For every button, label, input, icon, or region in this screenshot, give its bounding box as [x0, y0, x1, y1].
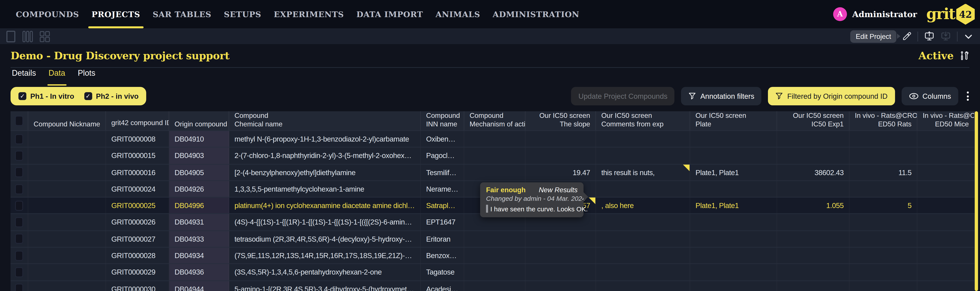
row-checkbox[interactable] [15, 151, 23, 161]
grid-view-icon[interactable] [40, 30, 50, 43]
checkbox-label: Ph2 - in vivo [96, 92, 138, 100]
checkbox-ph1-in-vitro[interactable]: ✓ Ph1 - In vitro [18, 92, 74, 100]
table-row[interactable]: GRIT0000030DB049445-amino-1-[(2R,3R,4S,5… [11, 280, 975, 291]
nav-items: COMPOUNDSPROJECTSSAR TABLESSETUPSEXPERIM… [16, 0, 579, 28]
checkbox-ph2-in-vivo[interactable]: ✓ Ph2 - in vivo [84, 92, 138, 100]
nav-item-data-import[interactable]: DATA IMPORT [356, 0, 423, 28]
row-checkbox[interactable] [15, 200, 23, 210]
cell-grit_id: GRIT0000026 [106, 214, 169, 230]
row-checkbox[interactable] [15, 234, 23, 244]
tools-icon[interactable] [959, 51, 969, 61]
row-select-cell [11, 198, 28, 214]
cell-ed50_rats: 11.5 [850, 164, 918, 180]
row-checkbox[interactable] [15, 251, 23, 261]
cell-plate [690, 264, 777, 280]
row-select-cell [11, 264, 28, 280]
update-project-compounds-button[interactable]: Update Project Compounds [571, 87, 675, 105]
cell-grit_id: GRIT0000016 [106, 164, 169, 180]
column-header-chem_name[interactable]: CompoundChemical name [229, 111, 421, 130]
cell-ed50_mice [918, 198, 975, 214]
logo-word: grit [926, 5, 955, 22]
column-header-origin_id[interactable]: Origin compound ID [169, 111, 229, 130]
tab-plots[interactable]: Plots [76, 68, 97, 83]
column-header-inn[interactable]: CompoundINN name [421, 111, 464, 130]
avatar[interactable]: A [833, 7, 847, 21]
tab-details[interactable]: Details [11, 68, 37, 83]
column-header-ic50[interactable]: Our IC50 screenIC50 Exp1 [777, 111, 850, 130]
row-checkbox[interactable] [15, 267, 23, 277]
toolbar-divider [918, 31, 918, 41]
more-options-kebab-icon[interactable] [965, 92, 971, 101]
column-header-nickname[interactable]: Compound Nickname [28, 111, 106, 130]
nav-item-compounds[interactable]: COMPOUNDS [16, 0, 79, 28]
nav-item-sar-tables[interactable]: SAR TABLES [153, 0, 211, 28]
row-checkbox[interactable] [15, 167, 23, 177]
table-row[interactable]: GRIT0000008DB04910methyl N-(6-propoxy-1H… [11, 130, 975, 147]
single-panel-view-icon[interactable] [6, 30, 16, 43]
cell-inn: Tesmilifene [421, 164, 464, 180]
tooltip-arrow [584, 192, 588, 202]
grit42-logo[interactable]: grit 42 [926, 4, 975, 25]
column-header-plate[interactable]: Our IC50 screenPlate [690, 111, 777, 130]
filtered-by-origin-button[interactable]: Filtered by Origin compound ID [768, 87, 895, 105]
edit-project-tooltip[interactable]: Edit Project [851, 30, 896, 43]
nav-item-setups[interactable]: SETUPS [224, 0, 261, 28]
annotation-filters-button[interactable]: Annotation filters [681, 87, 762, 105]
column-header-slope[interactable]: Our IC50 screenThe slope [525, 111, 596, 130]
cell-plate [690, 181, 777, 197]
cell-chem_name: (3S,4S,5R)-1,3,4,5,6-pentahydroxyhexan-2… [229, 264, 421, 280]
column-header-grit_id[interactable]: grit42 compound ID∧ [106, 111, 169, 130]
columns-button[interactable]: Columns [901, 87, 958, 105]
column-header-select[interactable] [11, 111, 28, 130]
annotation-filters-label: Annotation filters [700, 92, 754, 100]
cell-ed50_rats [850, 281, 918, 291]
cell-moa [464, 164, 525, 180]
edit-pencil-icon[interactable] [902, 32, 912, 41]
column-header-ed50_rats[interactable]: In vivo - Rats@CROED50 Rats [850, 111, 918, 130]
cell-ed50_mice [918, 164, 975, 180]
cell-slope: 19.47 [525, 164, 596, 180]
table-row[interactable]: GRIT0000027DB04933tetrasodium (2R,3R,4R,… [11, 230, 975, 247]
cell-chem_name: 1,3,3,5,5-pentamethylcyclohexan-1-amine [229, 181, 421, 197]
row-checkbox[interactable] [15, 217, 23, 227]
select-all-checkbox[interactable] [15, 116, 23, 126]
download-screen-icon[interactable] [940, 31, 951, 41]
cell-moa [464, 148, 525, 164]
cell-origin_id: DB04926 [169, 181, 229, 197]
nav-item-projects[interactable]: PROJECTS [92, 0, 140, 28]
column-view-icon[interactable] [22, 30, 33, 43]
cell-ic50 [777, 131, 850, 147]
cell-inn: Neramexane [421, 181, 464, 197]
filtered-by-origin-label: Filtered by Origin compound ID [787, 92, 888, 100]
vertical-scrollbar[interactable] [975, 111, 978, 291]
cell-grit_id: GRIT0000029 [106, 264, 169, 280]
cell-ed50_mice [918, 148, 975, 164]
nav-item-animals[interactable]: ANIMALS [436, 0, 480, 28]
cell-ed50_rats [850, 148, 918, 164]
toolbar-divider [957, 31, 958, 41]
table-actions: Update Project Compounds Annotation filt… [571, 87, 971, 105]
cell-inn: Tagatose [421, 264, 464, 280]
share-screen-icon[interactable] [924, 31, 935, 41]
column-header-ed50_mice[interactable]: In vivo - Rats@CROED50 Mice [918, 111, 975, 130]
table-row[interactable]: GRIT0000015DB049032-(7-chloro-1,8-naphth… [11, 147, 975, 164]
table-row[interactable]: GRIT0000016DB04905[2-(4-benzylphenoxy)et… [11, 164, 975, 180]
cell-moa [464, 231, 525, 247]
cell-chem_name: (4S)-4-{[(1S)-1-{[(1R)-1-{[(1S)-1-{[(1S)… [229, 214, 421, 230]
row-checkbox[interactable] [15, 134, 23, 144]
cell-plate [690, 281, 777, 291]
row-checkbox[interactable] [15, 284, 23, 291]
row-checkbox[interactable] [15, 184, 23, 194]
cell-chem_name: (7S,9E,11S,12R,13S,14R,15R,16R,17S,18S,1… [229, 248, 421, 264]
cell-moa [464, 248, 525, 264]
tab-data[interactable]: Data [47, 68, 67, 83]
table-row[interactable]: GRIT0000029DB04936(3S,4S,5R)-1,3,4,5,6-p… [11, 264, 975, 280]
column-header-comments[interactable]: Our IC50 screenComments from exp [596, 111, 690, 130]
nav-item-administration[interactable]: ADMINISTRATION [493, 0, 579, 28]
nav-item-experiments[interactable]: EXPERIMENTS [274, 0, 344, 28]
cell-comments [596, 181, 690, 197]
column-header-moa[interactable]: CompoundMechanism of action [464, 111, 525, 130]
cell-grit_id: GRIT0000027 [106, 231, 169, 247]
table-row[interactable]: GRIT0000028DB04934(7S,9E,11S,12R,13S,14R… [11, 247, 975, 264]
chevron-down-icon[interactable] [964, 31, 974, 41]
